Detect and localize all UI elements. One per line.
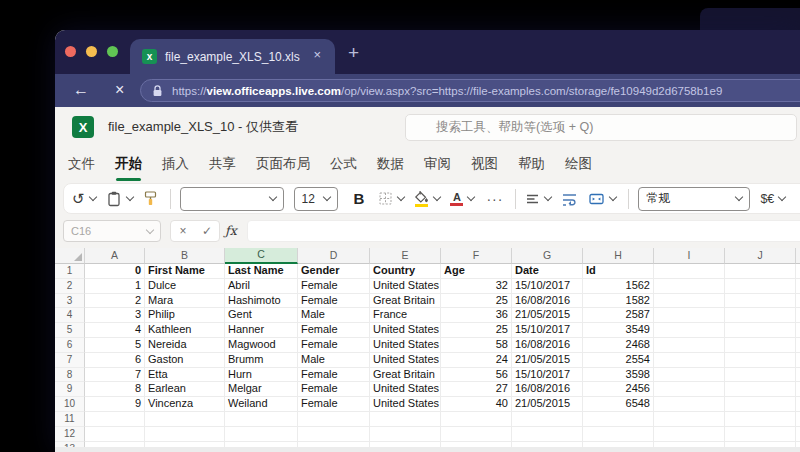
cell-C10[interactable]: Weiland — [225, 397, 298, 412]
cell-K3[interactable] — [796, 294, 800, 309]
cell-C6[interactable]: Magwood — [225, 338, 298, 353]
insert-function-icon[interactable]: ƒx — [225, 220, 237, 242]
chevron-down-icon[interactable] — [88, 193, 96, 201]
chevron-down-icon[interactable] — [397, 193, 405, 201]
row-header-6[interactable]: 6 — [55, 338, 85, 353]
cell-E2[interactable]: United States — [370, 279, 441, 294]
cell-K8[interactable] — [796, 368, 800, 383]
cell-I3[interactable] — [654, 294, 725, 309]
cancel-icon[interactable]: × — [171, 221, 195, 241]
cell-B1[interactable]: First Name — [145, 264, 225, 279]
cell-A11[interactable] — [85, 412, 145, 427]
cell-E10[interactable]: United States — [370, 397, 441, 412]
chevron-down-icon[interactable] — [544, 193, 552, 201]
cell-B2[interactable]: Dulce — [145, 279, 225, 294]
cell-H2[interactable]: 1562 — [583, 279, 654, 294]
cell-K12[interactable] — [796, 427, 800, 442]
cell-K5[interactable] — [796, 323, 800, 338]
cell-D6[interactable]: Female — [298, 338, 370, 353]
address-bar[interactable]: https://view.officeapps.live.com/op/view… — [140, 79, 800, 102]
cell-A6[interactable]: 5 — [85, 338, 145, 353]
cell-J6[interactable] — [725, 338, 796, 353]
paste-button[interactable] — [106, 190, 133, 207]
format-painter-button[interactable] — [143, 190, 158, 207]
cell-D7[interactable]: Male — [298, 353, 370, 368]
cell-A10[interactable]: 9 — [85, 397, 145, 412]
tab-close-icon[interactable]: × — [313, 47, 321, 62]
row-header-12[interactable]: 12 — [55, 427, 85, 442]
cell-I7[interactable] — [654, 353, 725, 368]
bold-button[interactable]: B — [354, 190, 365, 207]
cell-F8[interactable]: 56 — [441, 368, 512, 383]
row-header-2[interactable]: 2 — [55, 279, 85, 294]
cell-B3[interactable]: Mara — [145, 294, 225, 309]
cell-A2[interactable]: 1 — [85, 279, 145, 294]
cell-C11[interactable] — [225, 412, 298, 427]
cell-E7[interactable]: United States — [370, 353, 441, 368]
currency-format-button[interactable]: $€ — [760, 192, 785, 206]
column-header-J[interactable]: J — [725, 248, 796, 264]
column-header-I[interactable]: I — [654, 248, 725, 264]
cell-F9[interactable]: 27 — [441, 382, 512, 397]
cell-A12[interactable] — [85, 427, 145, 442]
cell-A7[interactable]: 6 — [85, 353, 145, 368]
zoom-window-button[interactable] — [107, 46, 118, 57]
browser-tab[interactable]: x file_example_XLS_10.xls × — [130, 39, 335, 74]
cell-E5[interactable]: United States — [370, 323, 441, 338]
back-icon[interactable]: ← — [73, 81, 89, 99]
cell-A8[interactable]: 7 — [85, 368, 145, 383]
cell-I11[interactable] — [654, 412, 725, 427]
fill-color-button[interactable] — [414, 191, 440, 207]
row-header-3[interactable]: 3 — [55, 294, 85, 309]
cell-F3[interactable]: 25 — [441, 294, 512, 309]
cell-I10[interactable] — [654, 397, 725, 412]
cell-I9[interactable] — [654, 382, 725, 397]
cell-H1[interactable]: Id — [583, 264, 654, 279]
cell-K9[interactable] — [796, 382, 800, 397]
row-header-7[interactable]: 7 — [55, 353, 85, 368]
cell-D1[interactable]: Gender — [298, 264, 370, 279]
select-all-corner[interactable] — [55, 248, 85, 264]
cell-F6[interactable]: 58 — [441, 338, 512, 353]
menu-tab-help[interactable]: 帮助 — [518, 155, 545, 173]
cell-H11[interactable] — [583, 412, 654, 427]
cell-K1[interactable] — [796, 264, 800, 279]
cell-H4[interactable]: 2587 — [583, 308, 654, 323]
cell-F4[interactable]: 36 — [441, 308, 512, 323]
cell-C5[interactable]: Hanner — [225, 323, 298, 338]
row-header-4[interactable]: 4 — [55, 308, 85, 323]
cell-C8[interactable]: Hurn — [225, 368, 298, 383]
cell-K7[interactable] — [796, 353, 800, 368]
cell-E8[interactable]: Great Britain — [370, 368, 441, 383]
cell-I8[interactable] — [654, 368, 725, 383]
cell-I1[interactable] — [654, 264, 725, 279]
cell-J8[interactable] — [725, 368, 796, 383]
cell-J1[interactable] — [725, 264, 796, 279]
cell-D12[interactable] — [298, 427, 370, 442]
cell-B11[interactable] — [145, 412, 225, 427]
cell-H7[interactable]: 2554 — [583, 353, 654, 368]
cell-A1[interactable]: 0 — [85, 264, 145, 279]
menu-tab-formulas[interactable]: 公式 — [330, 155, 357, 173]
cell-A5[interactable]: 4 — [85, 323, 145, 338]
cell-J12[interactable] — [725, 427, 796, 442]
menu-tab-page-layout[interactable]: 页面布局 — [256, 155, 310, 173]
chevron-down-icon[interactable] — [125, 193, 133, 201]
row-header-10[interactable]: 10 — [55, 397, 85, 412]
cell-B7[interactable]: Gaston — [145, 353, 225, 368]
menu-tab-review[interactable]: 审阅 — [424, 155, 451, 173]
row-header-1[interactable]: 1 — [55, 264, 85, 279]
cell-K11[interactable] — [796, 412, 800, 427]
cell-J11[interactable] — [725, 412, 796, 427]
cell-E3[interactable]: Great Britain — [370, 294, 441, 309]
cell-I6[interactable] — [654, 338, 725, 353]
row-header-8[interactable]: 8 — [55, 368, 85, 383]
chevron-down-icon[interactable] — [609, 193, 617, 201]
cell-G3[interactable]: 16/08/2016 — [512, 294, 583, 309]
undo-button[interactable]: ↺ — [72, 191, 96, 207]
alignment-button[interactable] — [525, 192, 551, 206]
cell-I5[interactable] — [654, 323, 725, 338]
column-header-B[interactable]: B — [145, 248, 225, 264]
column-header-K[interactable]: K — [796, 248, 800, 264]
cell-K2[interactable] — [796, 279, 800, 294]
